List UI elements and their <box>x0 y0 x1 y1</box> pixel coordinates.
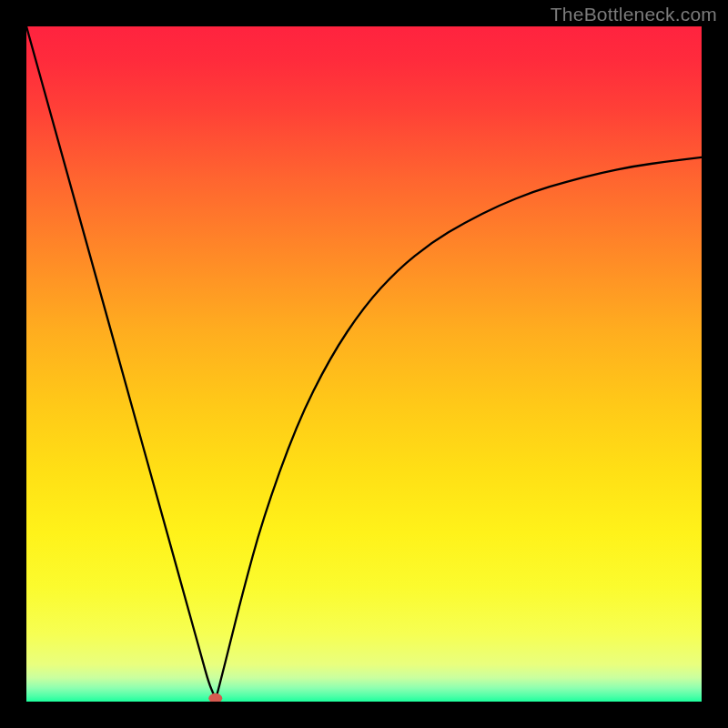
watermark-label: TheBottleneck.com <box>551 4 717 25</box>
bottleneck-curve-plot <box>26 26 702 702</box>
chart-container: TheBottleneck.com <box>0 0 728 728</box>
